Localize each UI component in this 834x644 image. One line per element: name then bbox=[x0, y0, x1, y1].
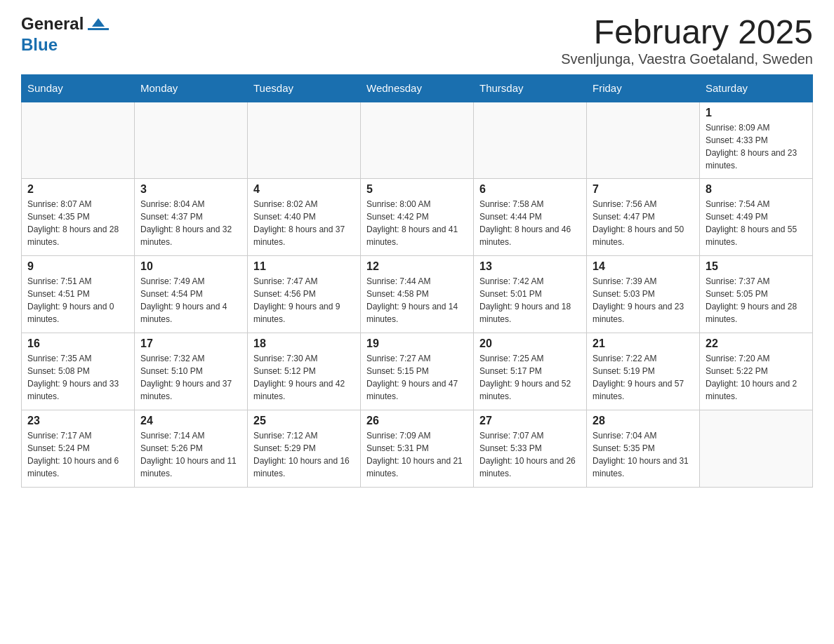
calendar-cell: 19Sunrise: 7:27 AMSunset: 5:15 PMDayligh… bbox=[361, 333, 474, 410]
day-number: 10 bbox=[140, 260, 241, 273]
col-tuesday: Tuesday bbox=[248, 74, 361, 102]
calendar-cell bbox=[700, 410, 813, 488]
day-info: Sunrise: 7:12 AMSunset: 5:29 PMDaylight:… bbox=[253, 429, 355, 480]
calendar-cell: 4Sunrise: 8:02 AMSunset: 4:40 PMDaylight… bbox=[248, 179, 361, 256]
day-info: Sunrise: 7:47 AMSunset: 4:56 PMDaylight:… bbox=[253, 275, 355, 326]
calendar-cell: 6Sunrise: 7:58 AMSunset: 4:44 PMDaylight… bbox=[474, 179, 587, 256]
day-info: Sunrise: 7:37 AMSunset: 5:05 PMDaylight:… bbox=[706, 275, 807, 326]
calendar-cell: 23Sunrise: 7:17 AMSunset: 5:24 PMDayligh… bbox=[22, 410, 135, 488]
day-info: Sunrise: 7:35 AMSunset: 5:08 PMDaylight:… bbox=[27, 352, 128, 403]
day-info: Sunrise: 8:04 AMSunset: 4:37 PMDaylight:… bbox=[140, 198, 241, 248]
day-number: 28 bbox=[593, 415, 694, 427]
calendar-cell: 3Sunrise: 8:04 AMSunset: 4:37 PMDaylight… bbox=[135, 179, 248, 256]
day-info: Sunrise: 8:00 AMSunset: 4:42 PMDaylight:… bbox=[366, 198, 468, 248]
calendar-cell: 16Sunrise: 7:35 AMSunset: 5:08 PMDayligh… bbox=[22, 333, 135, 410]
day-number: 1 bbox=[706, 107, 807, 119]
calendar-cell bbox=[474, 102, 587, 179]
calendar-cell: 14Sunrise: 7:39 AMSunset: 5:03 PMDayligh… bbox=[587, 256, 700, 333]
day-number: 15 bbox=[706, 260, 807, 273]
day-number: 4 bbox=[253, 183, 355, 196]
calendar-week-1: 1Sunrise: 8:09 AMSunset: 4:33 PMDaylight… bbox=[22, 102, 813, 179]
day-info: Sunrise: 7:42 AMSunset: 5:01 PMDaylight:… bbox=[479, 275, 581, 326]
logo-blue-text: Blue bbox=[21, 35, 58, 54]
day-info: Sunrise: 7:27 AMSunset: 5:15 PMDaylight:… bbox=[366, 352, 468, 403]
day-info: Sunrise: 7:25 AMSunset: 5:17 PMDaylight:… bbox=[479, 352, 581, 403]
day-number: 13 bbox=[479, 260, 581, 273]
day-info: Sunrise: 7:56 AMSunset: 4:47 PMDaylight:… bbox=[593, 198, 694, 248]
day-number: 11 bbox=[253, 260, 355, 273]
day-number: 24 bbox=[140, 415, 241, 427]
logo: General Blue bbox=[21, 14, 109, 55]
day-info: Sunrise: 7:07 AMSunset: 5:33 PMDaylight:… bbox=[479, 429, 581, 480]
calendar-cell: 13Sunrise: 7:42 AMSunset: 5:01 PMDayligh… bbox=[474, 256, 587, 333]
calendar-cell: 9Sunrise: 7:51 AMSunset: 4:51 PMDaylight… bbox=[22, 256, 135, 333]
day-number: 8 bbox=[706, 183, 807, 196]
day-info: Sunrise: 7:54 AMSunset: 4:49 PMDaylight:… bbox=[706, 198, 807, 248]
day-number: 17 bbox=[140, 337, 241, 350]
calendar-cell: 24Sunrise: 7:14 AMSunset: 5:26 PMDayligh… bbox=[135, 410, 248, 488]
day-info: Sunrise: 7:30 AMSunset: 5:12 PMDaylight:… bbox=[253, 352, 355, 403]
day-info: Sunrise: 7:32 AMSunset: 5:10 PMDaylight:… bbox=[140, 352, 241, 403]
day-number: 14 bbox=[593, 260, 694, 273]
day-number: 23 bbox=[27, 415, 128, 427]
day-info: Sunrise: 7:44 AMSunset: 4:58 PMDaylight:… bbox=[366, 275, 468, 326]
calendar-cell: 8Sunrise: 7:54 AMSunset: 4:49 PMDaylight… bbox=[700, 179, 813, 256]
day-info: Sunrise: 7:51 AMSunset: 4:51 PMDaylight:… bbox=[27, 275, 128, 326]
calendar-cell: 7Sunrise: 7:56 AMSunset: 4:47 PMDaylight… bbox=[587, 179, 700, 256]
day-number: 5 bbox=[366, 183, 468, 196]
calendar-week-5: 23Sunrise: 7:17 AMSunset: 5:24 PMDayligh… bbox=[22, 410, 813, 488]
day-info: Sunrise: 7:20 AMSunset: 5:22 PMDaylight:… bbox=[706, 352, 807, 403]
calendar-cell: 5Sunrise: 8:00 AMSunset: 4:42 PMDaylight… bbox=[361, 179, 474, 256]
day-info: Sunrise: 7:14 AMSunset: 5:26 PMDaylight:… bbox=[140, 429, 241, 480]
calendar-cell: 2Sunrise: 8:07 AMSunset: 4:35 PMDaylight… bbox=[22, 179, 135, 256]
calendar-table: Sunday Monday Tuesday Wednesday Thursday… bbox=[21, 74, 813, 488]
calendar-cell bbox=[135, 102, 248, 179]
calendar-cell: 28Sunrise: 7:04 AMSunset: 5:35 PMDayligh… bbox=[587, 410, 700, 488]
day-info: Sunrise: 8:09 AMSunset: 4:33 PMDaylight:… bbox=[706, 121, 807, 172]
day-info: Sunrise: 8:02 AMSunset: 4:40 PMDaylight:… bbox=[253, 198, 355, 248]
day-number: 22 bbox=[706, 337, 807, 350]
calendar-cell: 20Sunrise: 7:25 AMSunset: 5:17 PMDayligh… bbox=[474, 333, 587, 410]
day-info: Sunrise: 7:09 AMSunset: 5:31 PMDaylight:… bbox=[366, 429, 468, 480]
day-number: 19 bbox=[366, 337, 468, 350]
day-info: Sunrise: 7:22 AMSunset: 5:19 PMDaylight:… bbox=[593, 352, 694, 403]
day-number: 7 bbox=[593, 183, 694, 196]
col-monday: Monday bbox=[135, 74, 248, 102]
calendar-cell: 25Sunrise: 7:12 AMSunset: 5:29 PMDayligh… bbox=[248, 410, 361, 488]
day-info: Sunrise: 7:17 AMSunset: 5:24 PMDaylight:… bbox=[27, 429, 128, 480]
calendar-cell: 18Sunrise: 7:30 AMSunset: 5:12 PMDayligh… bbox=[248, 333, 361, 410]
day-number: 26 bbox=[366, 415, 468, 427]
col-wednesday: Wednesday bbox=[361, 74, 474, 102]
calendar-subtitle: Svenljunga, Vaestra Goetaland, Sweden bbox=[561, 51, 813, 67]
calendar-cell bbox=[22, 102, 135, 179]
calendar-cell: 15Sunrise: 7:37 AMSunset: 5:05 PMDayligh… bbox=[700, 256, 813, 333]
day-info: Sunrise: 7:58 AMSunset: 4:44 PMDaylight:… bbox=[479, 198, 581, 248]
calendar-cell: 21Sunrise: 7:22 AMSunset: 5:19 PMDayligh… bbox=[587, 333, 700, 410]
day-number: 3 bbox=[140, 183, 241, 196]
calendar-cell bbox=[587, 102, 700, 179]
day-info: Sunrise: 7:49 AMSunset: 4:54 PMDaylight:… bbox=[140, 275, 241, 326]
day-number: 2 bbox=[27, 183, 128, 196]
day-number: 16 bbox=[27, 337, 128, 350]
day-number: 9 bbox=[27, 260, 128, 273]
calendar-cell: 17Sunrise: 7:32 AMSunset: 5:10 PMDayligh… bbox=[135, 333, 248, 410]
calendar-header-row: Sunday Monday Tuesday Wednesday Thursday… bbox=[22, 74, 813, 102]
col-thursday: Thursday bbox=[474, 74, 587, 102]
day-number: 12 bbox=[366, 260, 468, 273]
day-info: Sunrise: 7:39 AMSunset: 5:03 PMDaylight:… bbox=[593, 275, 694, 326]
calendar-week-3: 9Sunrise: 7:51 AMSunset: 4:51 PMDaylight… bbox=[22, 256, 813, 333]
calendar-cell bbox=[248, 102, 361, 179]
calendar-cell: 27Sunrise: 7:07 AMSunset: 5:33 PMDayligh… bbox=[474, 410, 587, 488]
col-friday: Friday bbox=[587, 74, 700, 102]
col-saturday: Saturday bbox=[700, 74, 813, 102]
day-number: 18 bbox=[253, 337, 355, 350]
calendar-cell: 12Sunrise: 7:44 AMSunset: 4:58 PMDayligh… bbox=[361, 256, 474, 333]
logo-icon bbox=[88, 18, 109, 30]
title-section: February 2025 Svenljunga, Vaestra Goetal… bbox=[561, 14, 813, 67]
page-header: General Blue February 2025 Svenljunga, V… bbox=[21, 14, 813, 67]
day-number: 6 bbox=[479, 183, 581, 196]
logo-general-text: General bbox=[21, 14, 84, 34]
day-info: Sunrise: 7:04 AMSunset: 5:35 PMDaylight:… bbox=[593, 429, 694, 480]
calendar-cell bbox=[361, 102, 474, 179]
day-number: 27 bbox=[479, 415, 581, 427]
